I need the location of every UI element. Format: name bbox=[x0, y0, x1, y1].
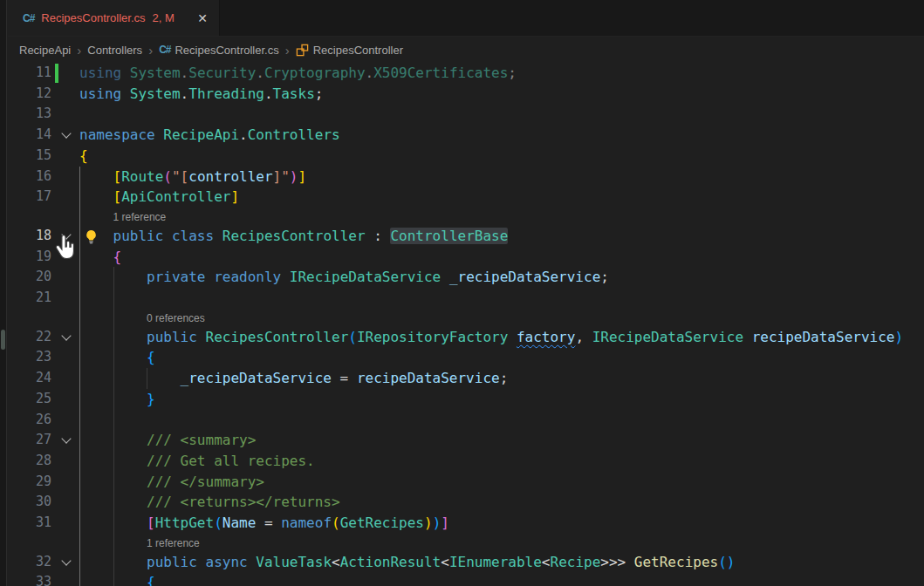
line-number[interactable]: 14 bbox=[8, 125, 51, 146]
code-text: public class RecipesController : Control… bbox=[79, 226, 508, 247]
line-number[interactable]: 31 bbox=[8, 513, 51, 534]
code-text: [HttpGet(Name = nameof(GetRecipes))] bbox=[79, 513, 449, 534]
code-line-22[interactable]: 22 public RecipesController(IRepositoryF… bbox=[8, 327, 924, 348]
line-number[interactable]: 11 bbox=[8, 63, 51, 84]
code-line-24[interactable]: 24 _recipeDataService = recipeDataServic… bbox=[8, 368, 924, 389]
line-number[interactable]: 32 bbox=[8, 552, 51, 573]
codelens-row: 1 reference bbox=[8, 208, 924, 226]
code-text: /// Get all recipes. bbox=[79, 451, 315, 472]
code-line-11[interactable]: 11using System.Security.Cryptography.X50… bbox=[8, 63, 924, 84]
gutter-added-indicator bbox=[55, 64, 58, 83]
fold-chevron-icon[interactable] bbox=[63, 436, 73, 446]
code-line-27[interactable]: 27 /// <summary> bbox=[8, 430, 924, 451]
breadcrumb-label: Controllers bbox=[87, 44, 142, 57]
sidebar-scrollbar-thumb[interactable] bbox=[1, 330, 5, 350]
indent-guide bbox=[147, 368, 147, 389]
tab-problems-modified-badge: 2, M bbox=[153, 11, 175, 24]
fold-chevron-icon[interactable] bbox=[63, 131, 73, 141]
chevron-right-icon: › bbox=[285, 44, 290, 57]
breadcrumb-item-recipescontroller-cs[interactable]: C#RecipesController.cs bbox=[159, 44, 279, 57]
line-number[interactable]: 19 bbox=[8, 247, 51, 268]
code-text: /// <returns></returns> bbox=[79, 492, 340, 513]
code-text: using System.Threading.Tasks; bbox=[79, 84, 323, 105]
code-line-13[interactable]: 13 bbox=[8, 104, 924, 125]
line-number[interactable]: 17 bbox=[8, 187, 51, 208]
fold-chevron-icon[interactable] bbox=[63, 558, 73, 569]
breadcrumb-item-recipeapi[interactable]: RecipeApi bbox=[19, 44, 71, 57]
codelens-row: 0 references bbox=[8, 309, 924, 327]
line-number[interactable]: 29 bbox=[8, 472, 51, 493]
codelens-references-link[interactable]: 1 reference bbox=[113, 211, 167, 223]
breadcrumb-label: RecipesController.cs bbox=[175, 44, 278, 57]
line-number[interactable]: 13 bbox=[8, 104, 51, 125]
line-number[interactable]: 27 bbox=[8, 430, 51, 451]
code-line-18[interactable]: 18 public class RecipesController : Cont… bbox=[8, 226, 924, 247]
line-number[interactable]: 25 bbox=[8, 389, 51, 410]
code-text: { bbox=[79, 572, 155, 586]
vscode-window: C# RecipesController.cs 2, M ✕ RecipeApi… bbox=[0, 0, 924, 586]
code-line-14[interactable]: 14namespace RecipeApi.Controllers bbox=[8, 125, 924, 146]
indent-guide bbox=[79, 167, 80, 586]
breadcrumb-item-controllers[interactable]: Controllers bbox=[87, 44, 142, 57]
breadcrumb-label: RecipesController bbox=[313, 44, 403, 57]
code-line-29[interactable]: 29 /// </summary> bbox=[8, 472, 924, 493]
line-number[interactable]: 22 bbox=[8, 327, 51, 348]
code-text: { bbox=[79, 347, 155, 368]
code-text: using System.Security.Cryptography.X509C… bbox=[79, 63, 517, 84]
code-line-19[interactable]: 19 { bbox=[8, 247, 924, 268]
sidebar-edge bbox=[0, 0, 7, 586]
code-line-16[interactable]: 16 [Route("[controller]")] bbox=[8, 167, 924, 187]
line-number[interactable]: 33 bbox=[8, 572, 51, 586]
line-number[interactable]: 28 bbox=[8, 451, 51, 472]
tab-recipescontroller[interactable]: C# RecipesController.cs 2, M ✕ bbox=[8, 0, 220, 36]
code-line-33[interactable]: 33 { bbox=[8, 572, 924, 586]
code-text: public RecipesController(IRepositoryFact… bbox=[79, 327, 903, 348]
line-number[interactable]: 30 bbox=[8, 492, 51, 513]
editor: 11using System.Security.Cryptography.X50… bbox=[8, 63, 924, 586]
breadcrumb-label: RecipeApi bbox=[19, 44, 71, 57]
code-text: /// </summary> bbox=[79, 472, 264, 493]
fold-chevron-icon[interactable] bbox=[63, 333, 73, 344]
line-number[interactable]: 24 bbox=[8, 368, 51, 389]
line-number[interactable]: 15 bbox=[8, 146, 51, 167]
line-number[interactable]: 12 bbox=[8, 84, 51, 105]
codelens-row: 1 reference bbox=[8, 534, 924, 552]
line-number[interactable]: 18 bbox=[8, 226, 51, 247]
close-icon[interactable]: ✕ bbox=[195, 11, 210, 25]
code-line-28[interactable]: 28 /// Get all recipes. bbox=[8, 451, 924, 472]
tab-title: RecipesController.cs bbox=[41, 11, 145, 24]
class-symbol-icon bbox=[296, 44, 309, 57]
code-text: /// <summary> bbox=[79, 430, 256, 451]
code-text: namespace RecipeApi.Controllers bbox=[79, 125, 340, 146]
code-area: 11using System.Security.Cryptography.X50… bbox=[8, 63, 924, 586]
code-line-15[interactable]: 15{ bbox=[8, 146, 924, 167]
code-line-25[interactable]: 25 } bbox=[8, 389, 924, 410]
line-number[interactable]: 16 bbox=[8, 167, 51, 187]
mouse-cursor-hand bbox=[55, 234, 79, 264]
line-number[interactable]: 26 bbox=[8, 410, 51, 431]
codelens-references-link[interactable]: 0 references bbox=[147, 312, 205, 324]
indent-guide bbox=[113, 267, 114, 586]
code-line-17[interactable]: 17 [ApiController] bbox=[8, 187, 924, 208]
code-line-31[interactable]: 31 [HttpGet(Name = nameof(GetRecipes))] bbox=[8, 513, 924, 534]
code-line-32[interactable]: 32 public async ValueTask<ActionResult<I… bbox=[8, 552, 924, 573]
code-line-21[interactable]: 21 bbox=[8, 288, 924, 309]
tab-bar: C# RecipesController.cs 2, M ✕ bbox=[8, 0, 924, 37]
code-text: _recipeDataService = recipeDataService; bbox=[79, 368, 508, 389]
code-text: { bbox=[79, 247, 121, 268]
breadcrumb-item-recipescontroller[interactable]: RecipesController bbox=[296, 44, 403, 57]
code-text: public async ValueTask<ActionResult<IEnu… bbox=[79, 552, 735, 573]
line-number[interactable]: 20 bbox=[8, 267, 51, 288]
code-line-23[interactable]: 23 { bbox=[8, 347, 924, 368]
code-line-26[interactable]: 26 bbox=[8, 410, 924, 431]
code-line-20[interactable]: 20 private readonly IRecipeDataService _… bbox=[8, 267, 924, 288]
line-number[interactable]: 21 bbox=[8, 288, 51, 309]
csharp-file-icon: C# bbox=[159, 44, 170, 56]
codelens-references-link[interactable]: 1 reference bbox=[147, 537, 200, 549]
code-line-30[interactable]: 30 /// <returns></returns> bbox=[8, 492, 924, 513]
csharp-file-icon: C# bbox=[23, 12, 34, 24]
code-text: private readonly IRecipeDataService _rec… bbox=[79, 267, 609, 288]
line-number[interactable]: 23 bbox=[8, 347, 51, 368]
chevron-right-icon: › bbox=[148, 44, 153, 57]
code-line-12[interactable]: 12using System.Threading.Tasks; bbox=[8, 84, 924, 105]
